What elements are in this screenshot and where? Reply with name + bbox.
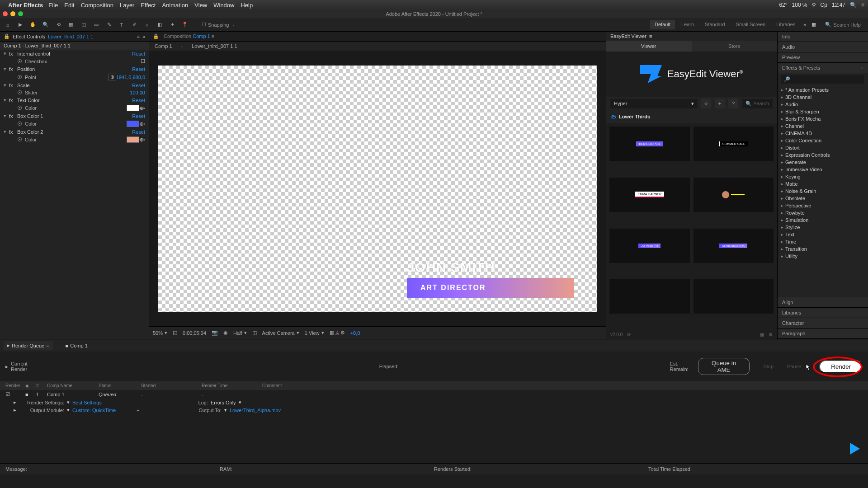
app-name[interactable]: After Effects (8, 2, 43, 9)
reset-link[interactable]: Reset (132, 98, 145, 103)
workspace-overflow-icon[interactable]: » (802, 20, 808, 29)
info-panel-tab[interactable]: Info (778, 32, 868, 42)
effects-category[interactable]: ▸Noise & Grain (781, 188, 864, 195)
viewport[interactable]: JOHN SMITH ART DIRECTOR (149, 51, 606, 326)
checkbox-icon[interactable]: ☐ (141, 58, 145, 64)
reset-link[interactable]: Reset (132, 129, 145, 135)
snap-options-icon[interactable]: ⫠ (231, 22, 236, 28)
paragraph-panel-tab[interactable]: Paragraph (778, 328, 868, 339)
resolution-dropdown[interactable]: Half ▾ (233, 330, 247, 336)
effects-category[interactable]: ▸Expression Controls (781, 151, 864, 159)
camera-tool[interactable]: ▦ (66, 20, 76, 30)
effects-category[interactable]: ▸Utility (781, 253, 864, 260)
effects-category[interactable]: ▸Rowbyte (781, 209, 864, 216)
exposure[interactable]: +0,0 (350, 330, 360, 336)
timecode[interactable]: 0;00;05;04 (183, 330, 206, 336)
lock-icon[interactable]: 🔒 (4, 33, 10, 39)
effects-category[interactable]: ▸Blur & Sharpen (781, 108, 864, 115)
panel-menu-icon[interactable]: ≡ (649, 33, 652, 39)
queue-in-ame-button[interactable]: Queue in AME (698, 358, 750, 375)
menu-view[interactable]: View (194, 2, 207, 9)
zoom-tool[interactable]: 🔍 (41, 20, 51, 30)
ee-store-tab[interactable]: Store (692, 41, 778, 52)
ec-property[interactable]: ⦿Point⊕ 1941,0,988,0 (0, 73, 149, 81)
minimize-icon[interactable] (10, 11, 15, 16)
panel-menu-icon[interactable]: ≡ (137, 34, 139, 39)
workspace-standard[interactable]: Standard (700, 20, 730, 29)
menu-animation[interactable]: Animation (162, 2, 188, 9)
ee-preset-thumb[interactable]: BEN COOPER (609, 127, 690, 161)
render-button[interactable]: Render (819, 360, 863, 373)
traffic-lights[interactable] (3, 11, 23, 16)
zoom-dropdown[interactable]: 50% ▾ (153, 330, 167, 336)
brush-tool[interactable]: ✐ (129, 20, 139, 30)
character-panel-tab[interactable]: Character (778, 318, 868, 328)
ec-property[interactable]: ⦿Checkbox☐ (0, 57, 149, 65)
ec-property[interactable]: ⦿Slider100,00 (0, 89, 149, 96)
spotlight-icon[interactable]: 🔍 (850, 2, 857, 8)
render-queue-tab[interactable]: ▸ Render Queue ≡ (4, 341, 53, 350)
effects-category[interactable]: ▸Matte (781, 180, 864, 188)
ee-preset-thumb[interactable] (693, 178, 774, 212)
effects-category[interactable]: ▸3D Channel (781, 94, 864, 101)
effects-category[interactable]: ▸Channel (781, 122, 864, 130)
color-swatch[interactable] (127, 136, 139, 143)
ec-effect-group[interactable]: ▾fxBox Color 1Reset (0, 112, 149, 120)
menu-effect[interactable]: Effect (141, 2, 156, 9)
eraser-tool[interactable]: ◧ (155, 20, 165, 30)
ee-preset-thumb[interactable]: JOHN SMITH (609, 229, 690, 263)
ee-preset-thumb[interactable] (609, 279, 690, 314)
ee-add-button[interactable]: + (715, 99, 725, 108)
effects-category[interactable]: ▸Perspective (781, 202, 864, 209)
eyedropper-icon[interactable]: ⟴ (139, 121, 145, 127)
ec-property[interactable]: ⦿Color ⟴ (0, 104, 149, 112)
output-to-row[interactable]: Output To: ▾LowerThird_Alpha.mov (190, 406, 286, 414)
ee-folder-header[interactable]: 🗁 Lower Thirds (606, 110, 777, 123)
hand-tool[interactable]: ✋ (28, 20, 38, 30)
effects-category[interactable]: ▸Simulation (781, 216, 864, 224)
ee-favorite-button[interactable]: ☆ (701, 99, 711, 108)
workspace-default[interactable]: Default (650, 20, 675, 29)
effects-category[interactable]: ▸Immersive Video (781, 166, 864, 173)
reset-link[interactable]: Reset (132, 83, 145, 88)
ee-help-button[interactable]: ? (728, 99, 738, 108)
ec-property[interactable]: ⦿Color ⟴ (0, 136, 149, 144)
effects-category[interactable]: ▸CINEMA 4D (781, 130, 864, 137)
ee-search[interactable]: 🔍 Search (742, 99, 773, 108)
log-row[interactable]: Log: Errors Only ▾ (190, 399, 286, 406)
views-dropdown[interactable]: 1 View ▾ (305, 330, 324, 336)
puppet-tool[interactable]: 📍 (180, 20, 190, 30)
menu-help[interactable]: Help (241, 2, 253, 9)
maximize-icon[interactable] (18, 11, 23, 16)
add-output-icon[interactable]: + (137, 408, 139, 413)
reset-link[interactable]: Reset (132, 51, 145, 56)
eyedropper-icon[interactable]: ⟴ (139, 105, 145, 111)
ec-effect-group[interactable]: ▾fxText ColorReset (0, 96, 149, 104)
effects-category[interactable]: ▸Stylize (781, 224, 864, 231)
effects-category[interactable]: ▸Audio (781, 101, 864, 108)
reset-link[interactable]: Reset (132, 113, 145, 119)
checkbox-icon[interactable]: ☐ (202, 22, 206, 28)
render-settings-row[interactable]: ▸Render Settings: ▾Best Settings (0, 399, 190, 406)
color-swatch[interactable] (127, 105, 139, 111)
view-options-icon[interactable]: ▦ ◬ ⚙ (330, 330, 345, 336)
composition-canvas[interactable]: JOHN SMITH ART DIRECTOR (158, 66, 597, 312)
ec-effect-group[interactable]: ▾fxInternal controlReset (0, 50, 149, 57)
snapping-toggle[interactable]: ☐ Snapping ⫠ (202, 22, 236, 28)
effects-category[interactable]: ▸Transition (781, 245, 864, 253)
panel-overflow-icon[interactable]: » (142, 34, 145, 39)
libraries-panel-tab[interactable]: Libraries (778, 308, 868, 318)
composition-tab[interactable]: Composition Comp 1 ≡ (164, 33, 214, 39)
search-help[interactable]: 🔍 Search Help (821, 22, 865, 28)
output-module-row[interactable]: ▸Output Module: ▾Custom: QuickTime + (0, 406, 190, 414)
workspace-small[interactable]: Small Screen (731, 20, 770, 29)
eyedropper-icon[interactable]: ⟴ (139, 137, 145, 143)
effects-search[interactable]: 🔎 (781, 75, 864, 84)
effects-category[interactable]: ▸Obsolete (781, 195, 864, 202)
effects-category[interactable]: ▸Color Correction (781, 137, 864, 144)
effects-category[interactable]: ▸Time (781, 238, 864, 245)
pen-tool[interactable]: ✎ (104, 20, 114, 30)
settings-icon[interactable]: ⚙ (769, 332, 773, 337)
grid-icon[interactable]: ◫ (252, 330, 257, 336)
alpha-icon[interactable]: ◱ (173, 330, 177, 336)
